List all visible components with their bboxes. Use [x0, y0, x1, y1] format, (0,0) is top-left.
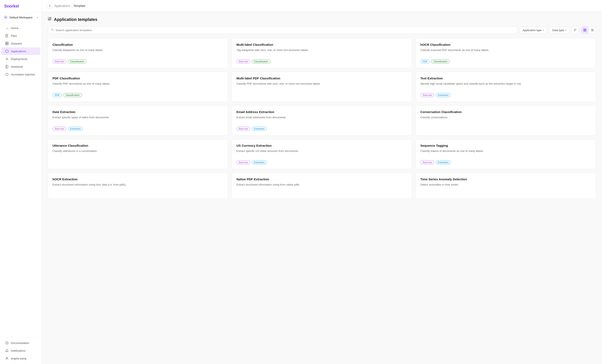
template-card[interactable]: PDF Classification Classify PDF document… [48, 72, 228, 102]
template-card[interactable]: Utterance Classification Classify uttera… [48, 139, 228, 169]
svg-text:?: ? [6, 342, 7, 344]
tag-rawtext: Raw text [420, 93, 434, 97]
sidebar-item-files[interactable]: Files [1, 32, 40, 40]
template-card[interactable]: Text Extraction Identify high-recall can… [416, 72, 596, 102]
grid-view-button[interactable] [581, 27, 588, 34]
template-name: Sequence Tagging [420, 144, 591, 147]
svg-rect-5 [7, 42, 8, 43]
template-name: Text Extraction [420, 76, 591, 80]
template-card[interactable]: Time Series Anomaly Detection Detect ano… [416, 173, 596, 199]
template-desc: Classify conversations. [420, 115, 591, 123]
template-tags: Raw textClassification [53, 59, 224, 64]
sidebar-item-label: Notifications [11, 349, 26, 352]
template-card[interactable]: Native PDF Extraction Extract structured… [232, 173, 412, 199]
sidebar-item-applications[interactable]: Applications [1, 47, 40, 55]
back-button[interactable] [47, 3, 53, 9]
nav-section: ⌂ Home Files Datasets Applications Dep [0, 22, 42, 337]
svg-rect-7 [7, 44, 8, 45]
tag-rawtext: Raw text [53, 127, 66, 131]
template-card[interactable]: US Currency Extraction Extract specific … [232, 139, 412, 169]
svg-rect-19 [50, 18, 51, 19]
template-tags: PDFClassification [53, 93, 224, 97]
sidebar-item-user[interactable]: angela.wang [1, 355, 40, 362]
user-icon [5, 356, 9, 360]
template-name: Multi-label Classification [236, 43, 407, 46]
topbar: Applications / Template [42, 0, 602, 12]
list-view-button[interactable] [589, 27, 596, 34]
template-desc: Classify utterances in a conversation. [53, 149, 224, 157]
sidebar: Snorkel W Default Workspace ▾ ⌂ Home Fil… [0, 0, 42, 364]
template-name: Native PDF Extraction [236, 177, 407, 181]
template-tags: Raw textExtraction [53, 127, 224, 131]
applications-icon [5, 49, 9, 53]
tag-classification: Classification [252, 59, 270, 64]
toolbar: Application type ▾ Data type ▾ [48, 26, 596, 34]
tag-rawtext: Raw text [53, 59, 66, 64]
template-name: Email Address Extraction [236, 110, 407, 114]
template-name: Conversation Classification [420, 110, 591, 114]
template-card[interactable]: Email Address Extraction Extract email a… [232, 105, 412, 136]
template-name: PDF Classification [53, 76, 224, 80]
template-tags: Raw textExtraction [420, 160, 591, 164]
sidebar-item-datasets[interactable]: Datasets [1, 40, 40, 47]
deployments-icon [5, 57, 9, 61]
svg-rect-6 [5, 44, 7, 45]
template-card[interactable]: Classification Classify datapoints as on… [48, 38, 228, 68]
page-header: Application templates [48, 17, 596, 22]
template-card[interactable]: Multi-label PDF Classification Classify … [232, 72, 412, 102]
sidebar-item-home[interactable]: ⌂ Home [1, 24, 40, 32]
breadcrumb-parent[interactable]: Applications [54, 4, 70, 8]
sidebar-item-annotation[interactable]: Annotation batches [1, 71, 40, 78]
svg-point-12 [6, 73, 8, 76]
tag-classification: Classification [63, 93, 82, 97]
sidebar-item-label: Datasets [11, 42, 22, 45]
svg-rect-18 [50, 17, 51, 18]
template-card[interactable]: hOCR Extraction Extract structured infor… [48, 173, 228, 199]
tag-extraction: Extraction [436, 160, 451, 164]
sidebar-item-label: angela.wang [11, 357, 26, 360]
svg-marker-8 [5, 50, 8, 53]
template-desc: Extract specific types of dates from doc… [53, 115, 224, 123]
view-toggle [581, 26, 596, 34]
search-input[interactable] [56, 29, 514, 32]
search-box [48, 26, 517, 34]
template-card[interactable]: hOCR Classification Classify scanned PDF… [416, 38, 596, 68]
application-type-filter[interactable]: Application type ▾ [519, 27, 547, 34]
tag-classification: Classification [68, 59, 86, 64]
tag-pdf: PDF [420, 59, 430, 64]
template-card[interactable]: Date Extraction Extract specific types o… [48, 105, 228, 136]
main-content: Applications / Template Application temp… [42, 0, 602, 364]
documentation-icon: ? [5, 341, 9, 345]
bell-icon [5, 349, 9, 353]
workspace-selector[interactable]: W Default Workspace ▾ [0, 12, 42, 22]
sidebar-item-label: Documentation [11, 342, 29, 344]
template-desc: Classify tokens of documents as one of m… [420, 149, 591, 157]
notebook-icon [5, 65, 9, 69]
tag-rawtext: Raw text [420, 160, 434, 164]
home-icon: ⌂ [5, 26, 9, 30]
svg-rect-4 [5, 42, 7, 43]
svg-point-16 [6, 357, 8, 359]
tag-rawtext: Raw text [236, 127, 250, 131]
sidebar-item-label: Files [11, 34, 17, 37]
template-card[interactable]: Sequence Tagging Classify tokens of docu… [416, 139, 596, 169]
template-name: Classification [53, 43, 224, 46]
template-card[interactable]: Multi-label Classification Tag datapoint… [232, 38, 412, 68]
svg-rect-27 [584, 29, 585, 30]
svg-line-23 [53, 30, 54, 31]
sort-button[interactable] [571, 26, 579, 34]
breadcrumb-separator: / [72, 4, 72, 8]
template-card[interactable]: Conversation Classification Classify con… [416, 105, 596, 136]
svg-rect-21 [48, 20, 51, 20]
sidebar-item-notebook[interactable]: Notebook [1, 63, 40, 70]
annotation-icon [5, 73, 9, 76]
svg-rect-20 [48, 19, 51, 20]
chevron-down-icon: ▾ [543, 29, 544, 31]
sidebar-item-notifications[interactable]: Notifications [1, 347, 40, 354]
sidebar-item-documentation[interactable]: ? Documentation [1, 339, 40, 347]
template-desc: Classify scanned PDF documents as one of… [420, 48, 591, 56]
sidebar-item-deployments[interactable]: Deployments [1, 55, 40, 63]
sidebar-bottom: ? Documentation Notifications angela.wan… [0, 337, 42, 364]
data-type-filter[interactable]: Data type ▾ [549, 27, 570, 34]
app-logo: Snorkel [0, 0, 42, 12]
